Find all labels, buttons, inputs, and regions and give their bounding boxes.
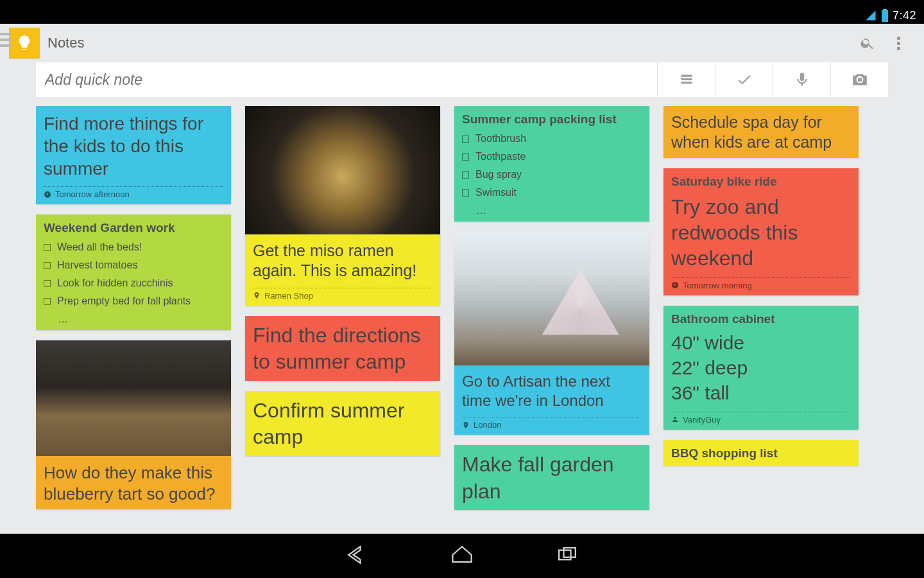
note-text: Get the miso ramen again. This is amazin… (253, 241, 432, 281)
note-card[interactable]: Summer camp packing list Toothbrush Toot… (454, 106, 649, 222)
note-line: 36" tall (671, 380, 851, 405)
note-title: Weekend Garden work (44, 221, 223, 235)
note-line: 40" wide (671, 330, 851, 355)
note-line: 22" deep (671, 355, 851, 380)
note-text: Schedule spa day for when kids are at ca… (671, 112, 851, 153)
note-photo (245, 106, 440, 234)
check-icon (736, 71, 753, 88)
clock-icon (44, 191, 51, 198)
checklist-item[interactable]: Harvest tomatoes (44, 259, 223, 271)
note-text: Confirm summer camp (253, 398, 432, 451)
action-bar: Notes (0, 24, 924, 62)
column-3: Summer camp packing list Toothbrush Toot… (454, 106, 649, 520)
list-icon (678, 71, 695, 88)
note-text: How do they make this blueberry tart so … (44, 462, 223, 504)
lightbulb-icon (15, 34, 33, 52)
note-card[interactable]: Confirm summer camp (245, 391, 440, 456)
microphone-icon (794, 71, 810, 88)
note-text: Make fall garden plan (462, 451, 642, 505)
note-text: Go to Artisan the next time we're in Lon… (462, 372, 642, 410)
overflow-icon (897, 37, 900, 50)
new-voice-note-button[interactable] (773, 62, 830, 97)
note-card[interactable]: Make fall garden plan (454, 445, 649, 510)
checklist-item[interactable]: Prep empty bed for fall plants (44, 295, 223, 307)
checklist-item[interactable]: Swimsuit (462, 187, 642, 198)
column-4: Schedule spa day for when kids are at ca… (663, 106, 859, 476)
note-card[interactable]: Get the miso ramen again. This is amazin… (245, 106, 440, 306)
svg-rect-1 (564, 548, 576, 557)
note-text: Try zoo and redwoods this weekend (671, 194, 851, 271)
recents-button[interactable] (553, 541, 581, 572)
search-button[interactable] (852, 28, 883, 58)
nav-bar (0, 534, 924, 578)
letterbox-top (0, 0, 924, 7)
home-icon (448, 541, 476, 569)
new-photo-note-button[interactable] (830, 62, 888, 97)
note-title: BBQ shopping list (671, 446, 851, 460)
location-icon (462, 421, 470, 429)
quick-note-bar (36, 62, 888, 97)
note-reminder: Tomorrow afternoon (44, 189, 223, 199)
checklist-item[interactable]: Weed all the beds! (44, 241, 223, 253)
checklist-item[interactable]: Toothpaste (462, 151, 642, 162)
person-icon (671, 416, 679, 423)
location-icon (253, 292, 261, 299)
note-text: Find more things for the kids to do this… (44, 112, 223, 180)
notes-grid: Find more things for the kids to do this… (36, 106, 888, 534)
note-photo (36, 340, 231, 456)
note-card[interactable]: Saturday bike ride Try zoo and redwoods … (663, 168, 859, 295)
note-location: Ramen Shop (253, 291, 432, 301)
page-title: Notes (47, 35, 84, 51)
column-2: Get the miso ramen again. This is amazin… (245, 106, 440, 466)
back-button[interactable] (343, 541, 371, 572)
overflow-menu-button[interactable] (883, 28, 914, 58)
quick-note-input[interactable] (36, 62, 657, 97)
note-card[interactable]: Go to Artisan the next time we're in Lon… (454, 232, 649, 435)
new-checklist-button[interactable] (715, 62, 773, 97)
note-card[interactable]: Schedule spa day for when kids are at ca… (663, 106, 859, 158)
clock-icon (671, 281, 679, 289)
recents-icon (553, 541, 581, 569)
battery-icon (881, 9, 889, 22)
checklist-more: … (58, 313, 223, 325)
status-time: 7:42 (893, 9, 916, 22)
note-card[interactable]: Bathroom cabinet 40" wide 22" deep 36" t… (663, 306, 859, 430)
search-icon (860, 35, 875, 51)
note-card[interactable]: Weekend Garden work Weed all the beds! H… (36, 215, 231, 330)
svg-rect-0 (559, 550, 570, 559)
note-text: Find the directions to summer camp (253, 322, 432, 376)
note-card[interactable]: Find the directions to summer camp (245, 316, 440, 381)
checklist: Weed all the beds! Harvest tomatoes Look… (44, 241, 223, 307)
note-card[interactable]: BBQ shopping list (663, 440, 859, 466)
column-1: Find more things for the kids to do this… (36, 106, 231, 520)
note-reminder: Tomorrow morning (671, 281, 851, 290)
new-list-button[interactable] (657, 62, 715, 97)
note-title: Saturday bike ride (671, 175, 851, 189)
checklist-item[interactable]: Bug spray (462, 169, 642, 180)
note-card[interactable]: How do they make this blueberry tart so … (36, 340, 231, 509)
home-button[interactable] (448, 541, 476, 572)
drawer-icon[interactable] (0, 33, 12, 47)
note-title: Bathroom cabinet (671, 312, 851, 326)
note-photo (454, 232, 649, 365)
checklist-more: … (476, 205, 642, 216)
note-meta: VanityGuy (671, 415, 851, 425)
note-title: Summer camp packing list (462, 112, 642, 127)
app-icon[interactable] (9, 28, 40, 58)
note-card[interactable]: Find more things for the kids to do this… (36, 106, 231, 204)
checklist: Toothbrush Toothpaste Bug spray Swimsuit (462, 133, 642, 198)
signal-icon (864, 10, 877, 21)
checklist-item[interactable]: Look for hidden zucchinis (44, 277, 223, 289)
camera-icon (851, 71, 868, 88)
note-location: London (462, 420, 642, 430)
app-surface: Notes Find more things for the (0, 24, 924, 534)
checklist-item[interactable]: Toothbrush (462, 133, 642, 144)
status-bar: 7:42 (0, 7, 924, 24)
back-icon (343, 541, 371, 569)
